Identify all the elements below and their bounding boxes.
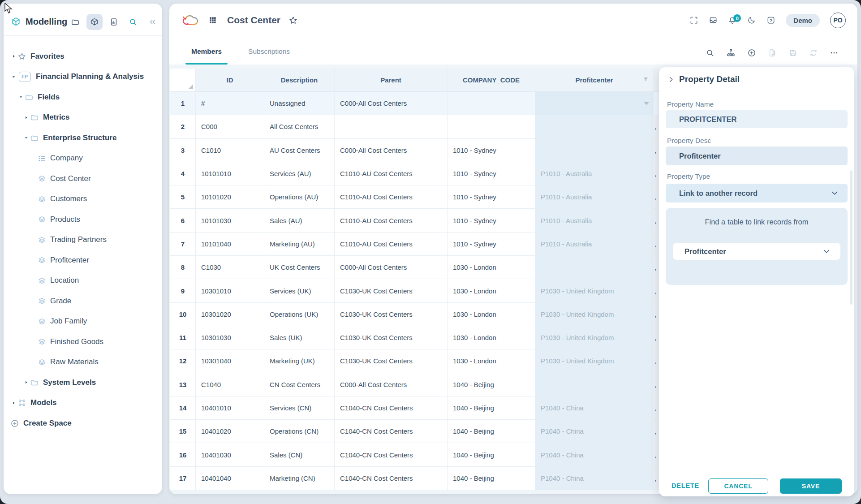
description-cell[interactable]: Sales (AU) [264, 209, 335, 232]
row-number-cell[interactable]: 15 [170, 420, 196, 443]
description-cell[interactable]: Sales (CN) [264, 443, 335, 466]
sidebar-item-company[interactable]: Company [4, 148, 162, 169]
row-number-cell[interactable]: 17 [170, 467, 196, 490]
help-button[interactable]: ? [766, 16, 775, 25]
profitcenter-cell[interactable] [535, 139, 654, 162]
id-cell[interactable]: 10301020 [196, 303, 264, 326]
search-button[interactable] [125, 14, 141, 30]
description-cell[interactable]: AU Cost Centers [264, 139, 335, 162]
sidebar-item-create-space[interactable]: Create Space [4, 413, 162, 434]
row-number-cell[interactable]: 16 [170, 443, 196, 466]
bell-button[interactable]: 0 [728, 16, 737, 25]
parent-cell[interactable]: C1010-AU Cost Centers [335, 185, 448, 209]
description-cell[interactable]: Operations (AU) [264, 185, 335, 209]
report-button[interactable] [106, 14, 122, 30]
caret-down-icon[interactable] [22, 135, 30, 140]
id-cell[interactable]: 10401020 [196, 420, 264, 443]
link-table-select[interactable]: Profitcenter [673, 243, 840, 260]
company-code-cell[interactable]: 1030 - London [448, 349, 535, 373]
parent-cell[interactable]: C1030-UK Cost Centers [335, 303, 448, 326]
sidebar-item-profitcenter[interactable]: Profitcenter [4, 250, 162, 271]
id-cell[interactable]: 10301040 [196, 349, 264, 373]
id-cell[interactable]: 10301010 [196, 279, 264, 302]
id-cell[interactable]: C1040 [196, 373, 264, 396]
profitcenter-cell[interactable]: P1030 - United Kingdom [535, 303, 654, 326]
id-cell[interactable]: 10101020 [196, 185, 264, 209]
profitcenter-cell[interactable]: P1030 - United Kingdom [535, 279, 654, 302]
collapse-panel-icon[interactable] [667, 76, 675, 83]
description-cell[interactable]: Services (UK) [264, 279, 335, 302]
parent-cell[interactable]: C000-All Cost Centers [335, 256, 448, 279]
fullscreen-button[interactable] [689, 16, 698, 25]
parent-cell[interactable]: C1040-CN Cost Centers [335, 396, 448, 420]
description-cell[interactable]: Marketing (CN) [264, 467, 335, 490]
sidebar-item-trading-partners[interactable]: Trading Partners [4, 230, 162, 250]
description-cell[interactable]: Sales (UK) [264, 326, 335, 349]
company-code-cell[interactable]: 1030 - London [448, 279, 535, 302]
company-code-cell[interactable]: 1040 - Beijing [448, 467, 535, 490]
sidebar-item-metrics[interactable]: Metrics [4, 108, 162, 128]
profitcenter-cell[interactable]: P1010 - Australia [535, 233, 654, 256]
row-number-cell[interactable]: 14 [170, 396, 196, 420]
id-cell[interactable]: C000 [196, 115, 264, 138]
company-code-cell[interactable]: 1010 - Sydney [448, 185, 535, 209]
parent-cell[interactable]: C1030-UK Cost Centers [335, 279, 448, 302]
company-code-cell[interactable]: 1010 - Sydney [448, 139, 535, 162]
id-cell[interactable]: 10401030 [196, 443, 264, 466]
id-cell[interactable]: 10101040 [196, 233, 264, 256]
company-code-cell[interactable]: 1010 - Sydney [448, 233, 535, 256]
row-number-cell[interactable]: 1 [170, 92, 196, 115]
panel-scrollbar[interactable] [850, 170, 852, 305]
tab-subscriptions[interactable]: Subscriptions [242, 47, 296, 65]
company-code-cell[interactable] [448, 92, 535, 115]
caret-down-icon[interactable] [17, 95, 24, 99]
sidebar-item-cost-center[interactable]: Cost Center [4, 168, 162, 189]
sidebar-item-finished-goods[interactable]: Finished Goods [4, 332, 162, 352]
row-number-cell[interactable]: 9 [170, 279, 196, 302]
company-code-cell[interactable]: 1040 - Beijing [448, 373, 535, 396]
row-number-cell[interactable]: 5 [170, 185, 196, 209]
row-number-cell[interactable]: 8 [170, 256, 196, 279]
row-number-cell[interactable]: 11 [170, 326, 196, 349]
sidebar-item-raw-materials[interactable]: Raw Materials [4, 352, 162, 373]
row-number-cell[interactable]: 2 [170, 115, 196, 138]
profitcenter-cell[interactable]: P1010 - Australia [535, 209, 654, 232]
property-desc-input[interactable]: Profitcenter [666, 146, 848, 165]
search-button[interactable] [706, 48, 715, 57]
cell-dropdown-caret-icon[interactable] [644, 102, 649, 105]
description-cell[interactable]: CN Cost Centers [264, 373, 335, 396]
environment-badge[interactable]: Demo [786, 14, 820, 27]
company-code-cell[interactable]: 1040 - Beijing [448, 420, 535, 443]
parent-cell[interactable] [335, 115, 448, 138]
description-cell[interactable]: Unassigned [264, 92, 335, 115]
caret-right-icon[interactable] [22, 380, 30, 385]
description-cell[interactable]: UK Cost Centers [264, 256, 335, 279]
sidebar-item-grade[interactable]: Grade [4, 291, 162, 311]
row-number-cell[interactable]: 4 [170, 162, 196, 185]
id-cell[interactable]: 10301030 [196, 326, 264, 349]
plus-circle-button[interactable] [747, 48, 756, 57]
parent-cell[interactable]: C1040-CN Cost Centers [335, 467, 448, 490]
id-cell[interactable]: 10401040 [196, 467, 264, 490]
column-header-parent[interactable]: Parent [335, 69, 448, 92]
profitcenter-cell[interactable]: P1010 - Australia [535, 185, 654, 209]
company-code-cell[interactable] [448, 115, 535, 138]
description-cell[interactable]: Operations (CN) [264, 420, 335, 443]
caret-right-icon[interactable] [22, 115, 30, 120]
profitcenter-cell[interactable] [535, 92, 654, 115]
sidebar-item-enterprise-structure[interactable]: Enterprise Structure [4, 128, 162, 148]
row-number-cell[interactable]: 10 [170, 303, 196, 326]
sidebar-item-system-levels[interactable]: System Levels [4, 372, 162, 393]
company-code-cell[interactable]: 1030 - London [448, 256, 535, 279]
property-type-select[interactable]: Link to another record [666, 184, 848, 202]
column-header-company-code[interactable]: COMPANY_CODE [448, 69, 535, 92]
profitcenter-cell[interactable]: P1030 - United Kingdom [535, 349, 654, 373]
profitcenter-cell[interactable]: P1040 - China [535, 420, 654, 443]
id-cell[interactable]: 10101010 [196, 162, 264, 185]
profitcenter-cell[interactable]: P1010 - Australia [535, 162, 654, 185]
caret-down-icon[interactable] [10, 74, 17, 79]
row-number-cell[interactable]: 6 [170, 209, 196, 232]
parent-cell[interactable]: C000-All Cost Centers [335, 373, 448, 396]
description-cell[interactable]: Marketing (UK) [264, 349, 335, 373]
profitcenter-cell[interactable]: P1040 - China [535, 396, 654, 420]
